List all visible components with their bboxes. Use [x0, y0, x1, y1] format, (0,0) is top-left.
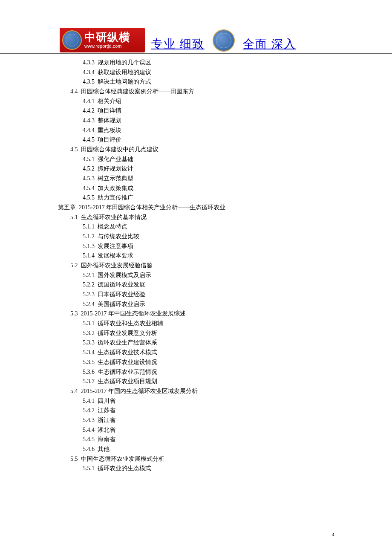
header-emblem-icon — [213, 29, 235, 52]
toc-entry: 5.5 中国生态循环农业发展模式分析 — [58, 454, 337, 464]
toc-entry: 4.5.5 助力宣传推广 — [58, 193, 337, 203]
toc-entry: 5.4.2 江苏省 — [58, 406, 337, 416]
toc-entry: 5.3.7 生态循环农业项目规划 — [58, 377, 337, 387]
toc-entry: 4.5.2 抓好规划设计 — [58, 164, 337, 174]
toc-entry: 5.2.4 美国循环农业启示 — [58, 300, 337, 309]
table-of-contents: 4.3.3 规划用地的几个误区4.3.4 获取建设用地的建议4.3.5 解决土地… — [0, 57, 392, 474]
toc-entry: 5.3.2 循环农业发展意义分析 — [58, 329, 337, 338]
toc-entry: 5.4 2015-2017 年国内生态循环农业区域发展分析 — [58, 387, 337, 396]
logo-company-name: 中研纵横 — [84, 32, 130, 43]
toc-entry: 5.3.3 循环农业生产经营体系 — [58, 338, 337, 348]
toc-entry: 4.3.3 规划用地的几个误区 — [58, 58, 337, 68]
header-link-left[interactable]: 专业 细致 — [151, 37, 205, 52]
logo-banner: 中研纵横 www.reportjd.com — [60, 28, 145, 52]
toc-entry: 4.5 田园综合体建设中的几点建议 — [58, 145, 337, 155]
toc-entry: 4.4.5 项目评价 — [58, 135, 337, 145]
toc-entry: 4.5.4 加大政策集成 — [58, 184, 337, 194]
toc-entry: 5.2.2 德国循环农业发展 — [58, 280, 337, 290]
toc-entry: 5.4.3 浙江省 — [58, 416, 337, 425]
toc-entry: 4.3.4 获取建设用地的建议 — [58, 68, 337, 78]
header-link-right[interactable]: 全面 深入 — [243, 37, 296, 52]
toc-entry: 5.2 国外循环农业发展经验借鉴 — [58, 261, 337, 271]
toc-entry: 4.4.1 相关介绍 — [58, 97, 337, 107]
toc-entry: 4.4.3 整体规划 — [58, 116, 337, 126]
page-number: 4 — [332, 531, 335, 538]
toc-entry: 4.4.2 项目详情 — [58, 106, 337, 116]
toc-entry: 5.4.6 其他 — [58, 445, 337, 454]
toc-entry: 5.1.4 发展根本要求 — [58, 251, 337, 261]
page-header: 中研纵横 www.reportjd.com 专业 细致 全面 深入 — [0, 0, 392, 54]
toc-entry: 第五章 2015-2017 年田园综合体相关产业分析——生态循环农业 — [58, 203, 337, 213]
toc-entry: 4.3.5 解决土地问题的方式 — [58, 77, 337, 87]
toc-entry: 5.5.1 循环农业的生态模式 — [58, 464, 337, 474]
toc-entry: 5.3.1 循环农业和生态农业相辅 — [58, 319, 337, 329]
toc-entry: 5.4.5 海南省 — [58, 435, 337, 445]
toc-entry: 5.1.1 概念及特点 — [58, 222, 337, 232]
toc-entry: 5.3.4 生态循环农业技术模式 — [58, 348, 337, 358]
toc-entry: 5.3.6 生态循环农业示范情况 — [58, 367, 337, 377]
toc-entry: 5.4.4 湖北省 — [58, 425, 337, 435]
toc-entry: 4.4.4 重点板块 — [58, 126, 337, 136]
logo-emblem-icon — [62, 30, 82, 50]
toc-entry: 4.5.3 树立示范典型 — [58, 174, 337, 184]
toc-entry: 4.4 田园综合体经典建设案例分析——田园东方 — [58, 87, 337, 97]
toc-entry: 5.1.3 发展注意事项 — [58, 242, 337, 251]
logo-text: 中研纵横 www.reportjd.com — [84, 32, 130, 49]
toc-entry: 5.4.1 四川省 — [58, 396, 337, 406]
toc-entry: 5.3 2015-2017 年中国生态循环农业发展综述 — [58, 309, 337, 319]
toc-entry: 5.1.2 与传统农业比较 — [58, 232, 337, 242]
toc-entry: 5.2.1 国外发展模式及启示 — [58, 271, 337, 280]
toc-entry: 5.1 生态循环农业的基本情况 — [58, 213, 337, 223]
toc-entry: 5.2.3 日本循环农业经验 — [58, 290, 337, 300]
toc-entry: 4.5.1 强化产业基础 — [58, 155, 337, 165]
logo-url: www.reportjd.com — [84, 43, 130, 49]
toc-entry: 5.3.5 生态循环农业建设情况 — [58, 358, 337, 367]
